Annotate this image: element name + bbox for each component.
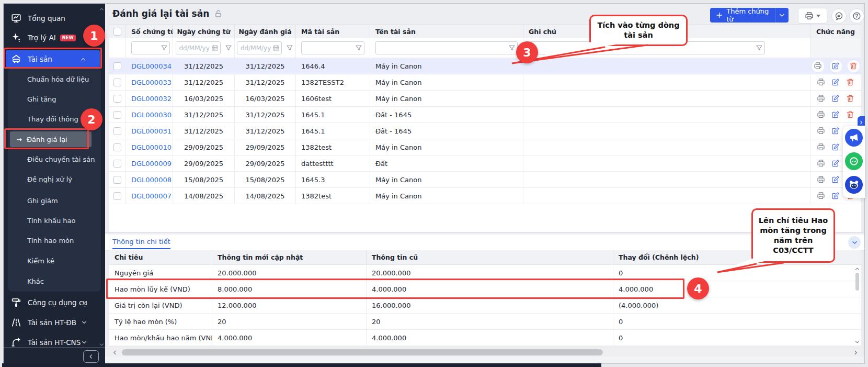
sidebar-item-overview[interactable]: Tổng quan bbox=[4, 9, 101, 28]
document-link[interactable]: DGL000032 bbox=[131, 95, 172, 103]
ai-bot-button[interactable] bbox=[845, 176, 863, 194]
support-chat-button[interactable] bbox=[845, 152, 863, 170]
sidebar-item-assets[interactable]: Tài sản bbox=[6, 50, 100, 68]
column-header[interactable]: Số chứng từ bbox=[126, 25, 173, 39]
horizontal-scrollbar[interactable] bbox=[109, 348, 861, 357]
print-row-button[interactable] bbox=[817, 143, 826, 152]
row-checkbox[interactable] bbox=[113, 192, 121, 200]
table-row[interactable]: DGL000032 16/03/2025 16/03/2025 1606test… bbox=[109, 91, 861, 107]
row-checkbox[interactable] bbox=[113, 176, 121, 184]
edit-row-button[interactable] bbox=[831, 192, 840, 201]
announcements-button[interactable] bbox=[845, 129, 863, 147]
scroll-left-icon[interactable] bbox=[112, 350, 118, 355]
submenu-item-other[interactable]: Khác bbox=[8, 273, 101, 289]
row-checkbox[interactable] bbox=[113, 95, 121, 103]
scroll-up-icon[interactable] bbox=[854, 266, 860, 272]
select-all-checkbox[interactable] bbox=[113, 28, 121, 36]
table-row[interactable]: DGL000031 31/12/2025 31/12/2025 1645.1 Đ… bbox=[109, 123, 861, 139]
row-checkbox[interactable] bbox=[113, 127, 121, 135]
filter-funnel-icon[interactable] bbox=[756, 45, 763, 52]
delete-row-button[interactable] bbox=[846, 110, 855, 119]
add-document-dropdown[interactable] bbox=[775, 12, 789, 19]
print-row-button[interactable] bbox=[817, 127, 826, 136]
edit-row-button[interactable] bbox=[831, 110, 840, 119]
document-link[interactable]: DGL000033 bbox=[131, 79, 172, 86]
document-link[interactable]: DGL000031 bbox=[131, 127, 172, 135]
scrollbar-thumb[interactable] bbox=[122, 349, 603, 355]
calendar-icon[interactable] bbox=[272, 45, 280, 52]
document-link[interactable]: DGL000034 bbox=[131, 62, 172, 70]
table-row[interactable]: DGL000033 31/12/2025 31/12/2025 1382TESS… bbox=[109, 74, 861, 91]
document-link[interactable]: DGL000007 bbox=[131, 192, 172, 200]
print-row-button[interactable] bbox=[817, 78, 826, 87]
edit-row-button[interactable] bbox=[831, 159, 840, 168]
delete-row-button[interactable] bbox=[846, 94, 855, 103]
edit-row-button[interactable] bbox=[831, 175, 840, 184]
scroll-right-icon[interactable] bbox=[853, 350, 859, 355]
edit-row-button[interactable] bbox=[831, 94, 840, 103]
filter-funnel-icon[interactable] bbox=[508, 45, 516, 52]
column-header[interactable]: Tên tài sản bbox=[370, 25, 523, 39]
table-row[interactable]: DGL000008 15/08/2025 15/08/2025 1645.3 M… bbox=[109, 172, 861, 188]
help-button[interactable] bbox=[849, 8, 864, 24]
submenu-item-wear-calc[interactable]: Tính hao mòn bbox=[8, 232, 101, 248]
sidebar-collapse-button[interactable] bbox=[83, 350, 99, 363]
print-row-button[interactable] bbox=[817, 110, 826, 119]
submenu-item-record-decrease[interactable]: Ghi giảm bbox=[8, 193, 101, 208]
delete-row-button[interactable] bbox=[846, 78, 855, 87]
column-header[interactable]: Ngày đánh giá bbox=[235, 25, 296, 39]
filter-funnel-icon[interactable] bbox=[225, 45, 232, 52]
submenu-item-standardize[interactable]: Chuẩn hóa dữ liệu bbox=[8, 71, 101, 87]
document-link[interactable]: DGL000030 bbox=[131, 111, 172, 119]
table-row[interactable]: DGL000007 14/08/2025 14/08/2025 1382test… bbox=[109, 188, 861, 204]
feedback-button[interactable] bbox=[831, 8, 847, 24]
submenu-item-depreciation-calc[interactable]: Tính khấu hao bbox=[8, 213, 101, 228]
sidebar-item-tools[interactable]: Công cụ dụng cụ bbox=[4, 293, 101, 312]
submenu-item-inventory[interactable]: Kiểm kê bbox=[8, 253, 101, 269]
add-document-button[interactable]: Thêm chứng từ bbox=[710, 8, 789, 23]
column-header[interactable]: Ngày chứng từ bbox=[173, 25, 235, 39]
table-row[interactable]: DGL000034 31/12/2025 31/12/2025 1646.4 M… bbox=[109, 58, 861, 74]
scroll-down-icon[interactable] bbox=[854, 339, 860, 345]
sidebar-scroll-up-icon[interactable] bbox=[99, 6, 105, 12]
document-link[interactable]: DGL000010 bbox=[131, 143, 172, 151]
document-link[interactable]: DGL000009 bbox=[131, 160, 172, 168]
filter-funnel-icon[interactable] bbox=[286, 45, 293, 52]
document-link[interactable]: DGL000008 bbox=[131, 176, 172, 184]
edit-row-button[interactable] bbox=[831, 78, 840, 87]
filter-funnel-icon[interactable] bbox=[161, 45, 168, 52]
detail-vertical-scrollbar[interactable] bbox=[854, 265, 861, 346]
print-button[interactable] bbox=[798, 8, 827, 24]
submenu-item-reevaluate[interactable]: → Đánh giá lại bbox=[10, 131, 92, 147]
print-row-button[interactable] bbox=[812, 60, 824, 72]
filter-funnel-icon[interactable] bbox=[355, 45, 362, 52]
lock-open-icon[interactable] bbox=[214, 9, 223, 18]
delete-row-button[interactable] bbox=[848, 60, 860, 72]
edit-row-button[interactable] bbox=[831, 143, 840, 152]
tab-detail-info[interactable]: Thông tin chi tiết bbox=[112, 238, 170, 249]
row-checkbox[interactable] bbox=[113, 143, 121, 151]
sidebar-item-infra-water[interactable]: Tài sản HT-CNS bbox=[4, 333, 101, 352]
submenu-item-disposal-request[interactable]: Đề nghị xử lý bbox=[8, 171, 101, 187]
row-checkbox[interactable] bbox=[113, 62, 121, 70]
column-header[interactable]: Mã tài sản bbox=[296, 25, 370, 39]
submenu-item-transfer[interactable]: Điều chuyển tài sản bbox=[8, 151, 101, 167]
collapse-detail-button[interactable] bbox=[848, 236, 861, 249]
sidebar-item-infra-road[interactable]: Tài sản HT-ĐB bbox=[4, 313, 101, 332]
row-checkbox[interactable] bbox=[113, 111, 121, 119]
row-checkbox[interactable] bbox=[113, 160, 121, 168]
row-checkbox[interactable] bbox=[113, 79, 121, 86]
edit-row-button[interactable] bbox=[830, 60, 842, 72]
print-row-button[interactable] bbox=[817, 94, 826, 103]
print-row-button[interactable] bbox=[817, 159, 826, 168]
print-row-button[interactable] bbox=[817, 192, 826, 201]
calendar-icon[interactable] bbox=[211, 45, 219, 52]
edit-row-button[interactable] bbox=[831, 127, 840, 136]
table-row[interactable]: DGL000009 29/09/2025 29/09/2025 dattestt… bbox=[109, 155, 861, 172]
table-row[interactable]: DGL000010 29/09/2025 29/09/2025 1382test… bbox=[109, 139, 861, 155]
print-row-button[interactable] bbox=[817, 175, 826, 184]
submenu-item-record-increase[interactable]: Ghi tăng bbox=[8, 91, 101, 107]
sidebar-scroll-down-icon[interactable] bbox=[99, 342, 105, 348]
scrollbar-thumb[interactable] bbox=[855, 273, 859, 291]
table-row[interactable]: DGL000030 31/12/2025 31/12/2025 1645.1 Đ… bbox=[109, 107, 861, 123]
